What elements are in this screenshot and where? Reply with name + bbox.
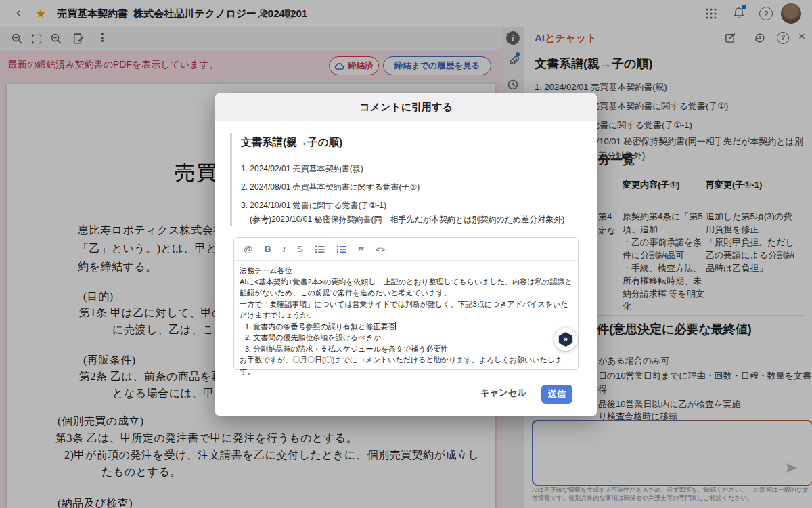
bold-icon[interactable]: B	[265, 244, 271, 254]
quoted-lineage-reference: (参考)2023/10/01 秘密保持契約書(同一相手先だが本契約とは別契約のた…	[241, 214, 577, 226]
quoted-lineage-item: 3. 2024/10/01 覚書に関する覚書(子①-1)	[241, 200, 577, 211]
editor-list-item: 3. 分割納品時の請求・支払スケジュールを条文で補う必要性	[240, 343, 572, 355]
assistant-hexagon-icon: »	[558, 332, 573, 347]
editor-list-item-text: 1. 覚書内の条番号参照の誤り有無と修正要否	[245, 322, 395, 331]
app-root: ‹ ★ 売買基本契約書_株式会社品川テクノロジー_20240201 ? ⋮ 最新…	[0, 0, 812, 508]
code-icon[interactable]: <>	[376, 245, 386, 253]
editor-toolbar: @ B I S ” <>	[234, 238, 578, 261]
quoted-lineage-block: 文書系譜(親→子の順) 1. 2024/02/01 売買基本契約書(親) 2. …	[230, 133, 577, 226]
text-cursor	[395, 322, 396, 330]
blockquote-icon[interactable]: ”	[358, 244, 364, 254]
submit-button[interactable]: 送信	[541, 385, 572, 404]
editor-content[interactable]: 法務チーム各位 AIに<基本契約+覚書2本>の要約を依頼し、上記のとおり整理して…	[234, 261, 578, 381]
quoted-lineage-heading: 文書系譜(親→子の順)	[241, 135, 577, 150]
editor-paragraph: 法務チーム各位	[240, 265, 572, 276]
mention-icon[interactable]: @	[244, 244, 253, 254]
quoted-lineage-item: 2. 2024/08/01 売買基本契約書に関する覚書(子①)	[241, 182, 577, 193]
bullet-list-icon[interactable]	[315, 245, 325, 254]
cancel-button[interactable]: キャンセル	[476, 387, 531, 403]
editor-paragraph: AIに<基本契約+覚書2本>の要約を依頼し、上記のとおり整理してもらいました。内…	[240, 276, 572, 299]
numbered-list-icon[interactable]	[336, 245, 346, 254]
strikethrough-icon[interactable]: S	[297, 244, 303, 254]
italic-icon[interactable]: I	[282, 244, 286, 255]
quoted-lineage-item: 1. 2024/02/01 売買基本契約書(親)	[241, 163, 577, 175]
editor-list-item: 1. 覚書内の条番号参照の誤り有無と修正要否	[240, 321, 572, 333]
modal-title: コメントに引用する	[215, 93, 597, 121]
quote-comment-modal: コメントに引用する 文書系譜(親→子の順) 1. 2024/02/01 売買基本…	[215, 93, 597, 416]
editor-closing: お手数ですが、〇月〇日(〇)までにコメントいただけると助かります。よろしくお願い…	[240, 354, 572, 377]
assistant-badge[interactable]: »	[554, 328, 577, 351]
editor-list-item: 2. 文書間の優先順位条項を設けるべきか	[240, 332, 572, 343]
comment-editor[interactable]: @ B I S ” <> 法務チーム各位 AIに<基本契約+覚書2本>の要約を依…	[233, 237, 579, 370]
editor-paragraph: 一方で「要確認事項」については営業サイドでは判断が難しく、下記3点につきアドバイ…	[240, 299, 572, 321]
